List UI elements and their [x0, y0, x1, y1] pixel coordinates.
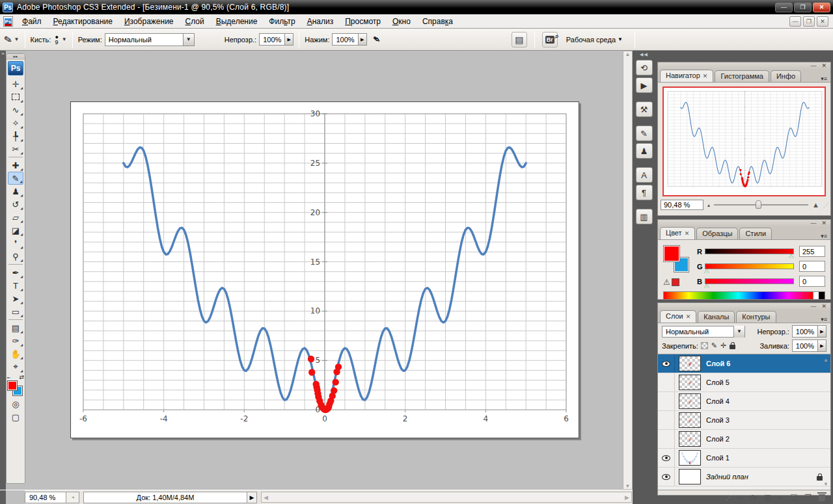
lock-all-icon[interactable]	[730, 345, 735, 349]
navigator-zoom-slider[interactable]: ▴ ▲	[707, 201, 819, 209]
brush-tool-icon[interactable]: ✎	[3, 33, 14, 46]
paragraph-panel-button[interactable]: ¶	[636, 185, 653, 200]
vertical-scrollbar[interactable]: ▲ ▼	[623, 51, 633, 490]
slider-thumb[interactable]	[756, 200, 761, 209]
foreground-color-swatch[interactable]	[7, 380, 18, 391]
zoom-in-icon[interactable]: ▲	[812, 201, 819, 209]
link-layers-icon[interactable]: ∞	[738, 493, 744, 502]
scroll-left-icon[interactable]: ◀	[264, 494, 268, 501]
pen-tool[interactable]: ✒◢	[8, 266, 23, 279]
layers-tab-контуры[interactable]: Контуры	[736, 311, 776, 323]
navigator-tab-инфо[interactable]: Инфо	[771, 70, 801, 82]
dock-collapse-handle[interactable]: ◀◀	[633, 51, 655, 58]
status-menu-arrow-icon[interactable]: ▶	[247, 492, 257, 503]
navigator-tab-навигатор[interactable]: Навигатор✕	[660, 70, 713, 82]
fill-spinner-icon[interactable]: ▶	[817, 340, 826, 351]
brush-picker-caret-icon[interactable]: ▼	[62, 36, 67, 42]
delete-layer-icon[interactable]	[819, 494, 825, 501]
path-selection-tool[interactable]: ➤◢	[8, 292, 23, 305]
clone-source-panel-button[interactable]: ♟	[636, 143, 653, 159]
layer-thumbnail[interactable]: ∨	[679, 356, 701, 371]
document-icon[interactable]: Ps	[3, 16, 13, 27]
crop-tool[interactable]: ╄◢	[8, 129, 23, 142]
default-colors-icon[interactable]: ▪▫	[7, 375, 10, 380]
eyedropper-tool[interactable]: ✑◢	[8, 334, 23, 347]
clone-stamp-tool[interactable]: ♟◢	[8, 185, 23, 198]
zoom-tool[interactable]: ⌖◢	[8, 360, 23, 373]
tab-close-icon[interactable]: ✕	[686, 313, 691, 320]
notes-tool[interactable]: ▤◢	[8, 321, 23, 334]
hand-tool[interactable]: ✋◢	[8, 347, 23, 360]
layer-row[interactable]: ∨Слой 6	[658, 354, 830, 373]
channel-gradient-bar[interactable]	[705, 278, 794, 284]
channel-slider-thumb[interactable]	[704, 284, 709, 288]
blur-tool[interactable]: ❜◢	[8, 237, 23, 250]
restore-button[interactable]: ❐	[794, 3, 812, 12]
channel-slider[interactable]	[705, 278, 794, 284]
horizontal-scrollbar[interactable]: ◀ ▶	[261, 492, 632, 503]
channel-gradient-bar[interactable]	[705, 263, 794, 269]
channel-slider[interactable]	[705, 263, 794, 269]
layer-thumbnail[interactable]	[679, 469, 701, 484]
menu-item-слой[interactable]: Слой	[180, 16, 210, 27]
airbrush-toggle-icon[interactable]: ✒	[369, 32, 383, 47]
color-tab-цвет[interactable]: Цвет✕	[660, 227, 695, 239]
panel-minimize-icon[interactable]: —	[810, 220, 816, 226]
panel-minimize-icon[interactable]: —	[810, 304, 816, 310]
document-size-field[interactable]: Док: 1,40M/4,84M	[83, 492, 247, 503]
status-zoom-field[interactable]: 90,48 %	[25, 492, 66, 503]
color-tab-образцы[interactable]: Образцы	[696, 228, 738, 239]
tool-presets-panel-button[interactable]: ⚒	[636, 101, 653, 117]
layer-thumbnail[interactable]: ∨	[679, 393, 701, 409]
channel-slider-thumb[interactable]	[789, 254, 794, 258]
zoom-out-icon[interactable]: ▴	[707, 202, 710, 208]
magic-wand-tool[interactable]: ✧◢	[8, 116, 23, 129]
list-scroll-down-icon[interactable]: ▼	[823, 481, 828, 487]
navigator-proxy-view[interactable]	[662, 86, 826, 196]
chevron-down-icon[interactable]: ▼	[733, 326, 744, 338]
tab-close-icon[interactable]: ✕	[685, 230, 690, 237]
channel-slider[interactable]	[705, 248, 794, 254]
layer-opacity-field[interactable]: 100% ▶	[792, 325, 826, 338]
tab-close-icon[interactable]: ✕	[703, 73, 708, 79]
eraser-tool[interactable]: ▱◢	[8, 211, 23, 224]
layer-visibility-toggle[interactable]	[658, 354, 675, 373]
brush-tool[interactable]: ✎◢	[8, 172, 23, 185]
panel-resize-grip[interactable]: ⋰	[823, 202, 828, 208]
layer-comps-panel-button[interactable]: ▥	[636, 209, 653, 224]
healing-brush-tool[interactable]: ✚◢	[8, 159, 23, 172]
menu-item-справка[interactable]: Справка	[416, 16, 459, 27]
menu-item-окно[interactable]: Окно	[387, 16, 416, 27]
flow-spinner-icon[interactable]: ▶	[358, 34, 366, 45]
layer-thumbnail[interactable]: ∨	[679, 375, 701, 390]
menu-item-файл[interactable]: Файл	[16, 16, 48, 27]
doc-minimize-button[interactable]: —	[789, 16, 801, 27]
panel-menu-icon[interactable]: ▾≡	[821, 75, 830, 82]
layer-visibility-toggle[interactable]	[658, 373, 675, 391]
slice-tool[interactable]: ✂◢	[8, 142, 23, 155]
opacity-spinner-icon[interactable]: ▶	[284, 34, 293, 45]
collapse-dock-icon[interactable]: »	[1, 51, 4, 57]
brushes-panel-button[interactable]: ✎	[636, 126, 653, 141]
panel-minimize-icon[interactable]: —	[810, 63, 816, 69]
foreground-color-swatch[interactable]	[663, 245, 680, 262]
document-canvas[interactable]: 051015202530-6-4-20246	[70, 101, 579, 438]
lock-transparency-icon[interactable]	[701, 342, 708, 349]
menu-item-редактирование[interactable]: Редактирование	[48, 16, 118, 27]
panel-close-icon[interactable]: ✕	[821, 304, 826, 310]
shape-tool[interactable]: ▭◢	[8, 305, 23, 318]
channel-slider-thumb[interactable]	[704, 269, 709, 273]
scroll-right-icon[interactable]: ▶	[625, 494, 629, 501]
layer-row[interactable]: ∨Слой 4	[658, 392, 830, 411]
brush-preview-button[interactable]: ● 9	[55, 34, 58, 45]
bridge-button[interactable]: Br	[542, 32, 558, 47]
layer-visibility-toggle[interactable]	[658, 411, 675, 429]
type-tool[interactable]: T◢	[8, 279, 23, 292]
layer-row[interactable]: ∨Слой 5	[658, 373, 830, 392]
move-tool[interactable]: ✛◢	[8, 77, 23, 90]
channel-gradient-bar[interactable]	[705, 248, 794, 254]
doc-close-button[interactable]: ✕	[817, 16, 828, 27]
menu-item-выделение[interactable]: Выделение	[210, 16, 264, 27]
adjustment-layer-icon[interactable]: ◐	[778, 493, 783, 502]
blend-mode-select[interactable]: Нормальный ▼	[105, 33, 195, 46]
